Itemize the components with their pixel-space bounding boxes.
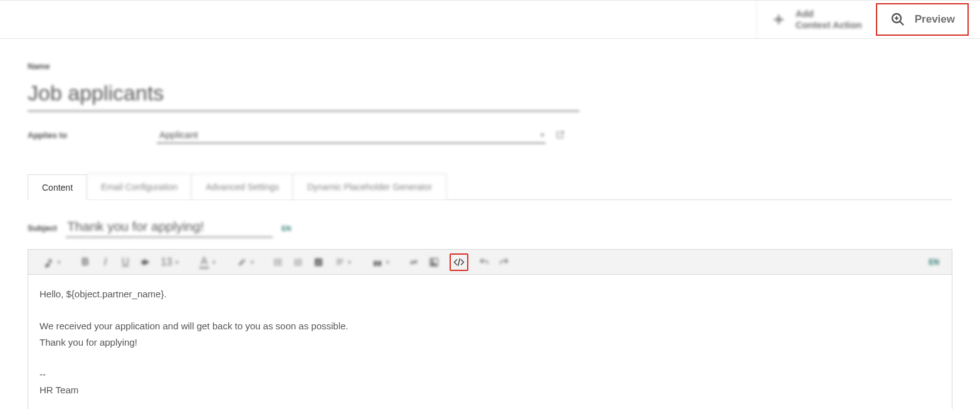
tab-content[interactable]: Content bbox=[28, 174, 87, 200]
italic-button[interactable]: I bbox=[96, 253, 115, 271]
body-line: Thank you for applying! bbox=[40, 334, 940, 351]
body-line: Hello, ${object.partner_name}. bbox=[40, 286, 940, 302]
underline-button[interactable]: U bbox=[116, 253, 135, 271]
applies-to-select[interactable]: Applicant ▾ bbox=[157, 127, 545, 144]
code-view-button[interactable] bbox=[450, 253, 468, 271]
svg-rect-6 bbox=[277, 264, 282, 265]
svg-rect-16 bbox=[336, 263, 340, 264]
editor-lang-badge[interactable]: EN bbox=[929, 258, 946, 267]
preview-button[interactable]: Preview bbox=[876, 3, 969, 36]
subject-input[interactable] bbox=[66, 218, 273, 238]
tab-email-config[interactable]: Email Configuration bbox=[87, 174, 192, 199]
link-button[interactable] bbox=[404, 253, 423, 271]
plus-icon bbox=[771, 11, 787, 28]
body-line: We received your application and will ge… bbox=[40, 318, 940, 334]
svg-rect-2 bbox=[277, 259, 282, 260]
applies-to-value: Applicant bbox=[159, 129, 198, 140]
svg-point-1 bbox=[274, 258, 276, 260]
unordered-list-button[interactable] bbox=[269, 253, 288, 271]
image-button[interactable] bbox=[424, 253, 443, 271]
subject-lang-badge[interactable]: EN bbox=[282, 225, 291, 232]
highlight-button[interactable]: ▾ bbox=[231, 253, 259, 271]
font-color-button[interactable]: A▾ bbox=[194, 253, 221, 271]
font-size-select[interactable]: 13▾ bbox=[156, 253, 184, 271]
svg-rect-15 bbox=[336, 261, 343, 262]
body-line: -- bbox=[40, 366, 940, 383]
svg-point-3 bbox=[274, 261, 276, 263]
svg-rect-7 bbox=[297, 259, 302, 260]
ordered-list-button[interactable] bbox=[289, 253, 308, 271]
add-context-action-button[interactable]: Add Context Action bbox=[756, 1, 876, 38]
subject-label: Subject bbox=[28, 223, 57, 233]
svg-rect-13 bbox=[315, 258, 322, 266]
redo-button[interactable] bbox=[495, 253, 514, 271]
editor-body[interactable]: Hello, ${object.partner_name}. We receiv… bbox=[28, 275, 952, 409]
body-line: HR Team bbox=[40, 382, 940, 398]
checklist-button[interactable] bbox=[309, 253, 328, 271]
svg-point-21 bbox=[431, 260, 433, 262]
applies-to-label: Applies to bbox=[28, 130, 147, 144]
name-label: Name bbox=[28, 61, 579, 71]
add-label-1: Add bbox=[796, 8, 862, 19]
name-input[interactable] bbox=[28, 77, 579, 112]
eraser-button[interactable] bbox=[136, 253, 155, 271]
tab-advanced[interactable]: Advanced Settings bbox=[191, 174, 293, 199]
svg-rect-14 bbox=[336, 259, 343, 260]
external-link-icon[interactable] bbox=[556, 130, 565, 144]
bold-button[interactable]: B bbox=[76, 253, 95, 271]
add-label-2: Context Action bbox=[796, 19, 862, 31]
editor-toolbar: ▾ B I U 13▾ A▾ bbox=[28, 250, 952, 275]
svg-rect-12 bbox=[295, 263, 296, 265]
tabs: Content Email Configuration Advanced Set… bbox=[28, 174, 952, 200]
magnify-plus-icon bbox=[890, 11, 906, 28]
table-button[interactable]: ▾ bbox=[367, 253, 394, 271]
undo-button[interactable] bbox=[475, 253, 493, 271]
preview-label: Preview bbox=[915, 13, 955, 26]
paragraph-button[interactable]: ▾ bbox=[329, 253, 357, 271]
svg-rect-4 bbox=[277, 262, 282, 262]
svg-rect-9 bbox=[297, 264, 302, 265]
rich-text-editor: ▾ B I U 13▾ A▾ bbox=[28, 249, 952, 409]
svg-rect-11 bbox=[295, 261, 296, 263]
svg-point-5 bbox=[274, 263, 276, 265]
tab-placeholder-gen[interactable]: Dynamic Placeholder Generator bbox=[293, 174, 446, 199]
svg-rect-10 bbox=[295, 258, 295, 260]
chevron-down-icon: ▾ bbox=[540, 130, 544, 139]
svg-rect-8 bbox=[297, 262, 302, 262]
clear-format-button[interactable]: ▾ bbox=[38, 253, 66, 271]
